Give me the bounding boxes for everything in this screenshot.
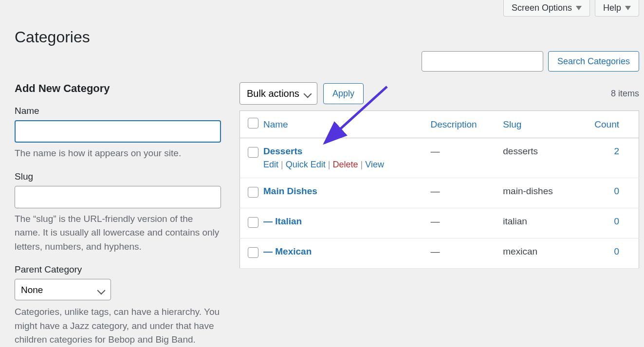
row-description: — xyxy=(426,238,498,269)
row-checkbox[interactable] xyxy=(248,147,258,158)
row-checkbox[interactable] xyxy=(248,217,258,228)
caret-down-icon xyxy=(625,6,631,10)
apply-button[interactable]: Apply xyxy=(323,83,364,104)
slug-desc: The “slug” is the URL-friendly version o… xyxy=(15,212,221,254)
items-count: 8 items xyxy=(611,89,639,99)
name-label: Name xyxy=(15,106,221,116)
row-slug: desserts xyxy=(498,138,575,178)
name-input[interactable] xyxy=(15,120,221,143)
table-row: — Italian—italian0 xyxy=(240,208,639,238)
col-count[interactable]: Count xyxy=(594,119,619,129)
caret-down-icon xyxy=(576,6,582,10)
help-button[interactable]: Help xyxy=(595,0,639,17)
table-row: — Mexican—mexican0 xyxy=(240,238,639,269)
category-name-link[interactable]: Desserts xyxy=(263,146,302,156)
search-row: Search Categories xyxy=(0,51,644,72)
top-bar: Screen Options Help xyxy=(0,0,644,17)
col-slug[interactable]: Slug xyxy=(503,119,521,129)
row-count-link[interactable]: 0 xyxy=(614,186,619,196)
quick-edit-link[interactable]: Quick Edit xyxy=(286,160,326,169)
row-count-link[interactable]: 0 xyxy=(614,246,619,256)
select-all-checkbox[interactable] xyxy=(248,118,258,128)
screen-options-button[interactable]: Screen Options xyxy=(503,0,590,17)
row-count-link[interactable]: 2 xyxy=(614,146,619,156)
screen-options-label: Screen Options xyxy=(512,3,572,13)
row-checkbox[interactable] xyxy=(248,187,258,198)
table-row: Main Dishes—main-dishes0 xyxy=(240,178,639,208)
search-input[interactable] xyxy=(422,51,543,72)
parent-desc: Categories, unlike tags, can have a hier… xyxy=(15,305,221,347)
table-row: DessertsEdit | Quick Edit | Delete | Vie… xyxy=(240,138,639,178)
row-actions: Edit | Quick Edit | Delete | View xyxy=(263,160,421,170)
row-description: — xyxy=(426,208,498,238)
name-desc: The name is how it appears on your site. xyxy=(15,146,221,161)
delete-link[interactable]: Delete xyxy=(333,160,358,169)
add-new-heading: Add New Category xyxy=(15,82,221,95)
category-name-link[interactable]: — Mexican xyxy=(263,246,312,256)
page-title: Categories xyxy=(0,17,644,51)
bulk-actions-select[interactable]: Bulk actions xyxy=(239,82,317,105)
category-name-link[interactable]: Main Dishes xyxy=(263,186,317,196)
parent-label: Parent Category xyxy=(15,264,221,275)
row-slug: italian xyxy=(498,208,575,238)
row-count-link[interactable]: 0 xyxy=(614,216,619,226)
slug-label: Slug xyxy=(15,171,221,182)
row-slug: main-dishes xyxy=(498,178,575,208)
row-checkbox[interactable] xyxy=(248,247,258,258)
col-description[interactable]: Description xyxy=(431,119,477,129)
view-link[interactable]: View xyxy=(365,160,384,169)
help-label: Help xyxy=(603,3,621,13)
tablenav: Bulk actions Apply 8 items xyxy=(239,82,639,105)
parent-select[interactable]: None xyxy=(15,279,111,300)
slug-input[interactable] xyxy=(15,186,221,208)
edit-link[interactable]: Edit xyxy=(263,160,278,169)
row-description: — xyxy=(426,138,498,178)
row-description: — xyxy=(426,178,498,208)
search-categories-button[interactable]: Search Categories xyxy=(548,51,639,72)
row-slug: mexican xyxy=(498,238,575,269)
col-name[interactable]: Name xyxy=(263,119,288,129)
category-name-link[interactable]: — Italian xyxy=(263,216,302,226)
categories-table: Name Description Slug Count DessertsEdit… xyxy=(239,110,639,269)
